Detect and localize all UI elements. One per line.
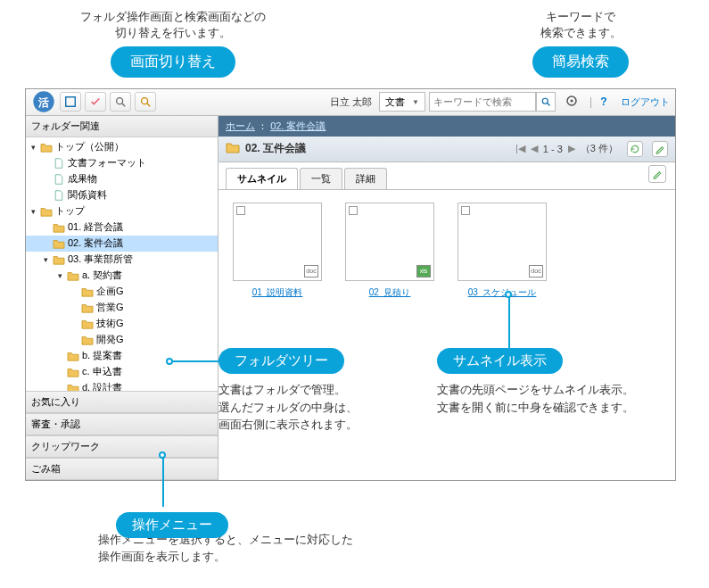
breadcrumb: ホーム ： 02. 案件会議 xyxy=(218,116,675,137)
tree-node[interactable]: d. 設計書 xyxy=(26,380,218,391)
folder-icon xyxy=(67,351,79,361)
tab-list[interactable]: 一覧 xyxy=(300,168,342,189)
tree-node[interactable]: 技術G xyxy=(26,316,218,332)
sidebar-sec-favorites[interactable]: お気に入り xyxy=(26,391,218,413)
search-input[interactable] xyxy=(429,92,536,112)
file-ext-badge: doc xyxy=(529,265,543,277)
logout-link[interactable]: ログアウト xyxy=(621,95,670,109)
tree-node-label: d. 設計書 xyxy=(82,381,122,391)
tree-node-label: 営業G xyxy=(96,301,124,314)
tree-node[interactable]: 開発G xyxy=(26,332,218,348)
tree-node-label: 関係資料 xyxy=(68,188,107,202)
search-category-label: 文書 xyxy=(385,95,405,109)
crumb-home[interactable]: ホーム xyxy=(226,120,255,131)
ann-thumb-view-body: 文書の先頭ページをサムネイル表示。 文書を開く前に中身を確認できます。 xyxy=(437,381,687,416)
folder-icon xyxy=(53,254,65,265)
svg-point-10 xyxy=(570,100,573,103)
separator: | xyxy=(589,95,592,108)
folder-tree[interactable]: ▾トップ（公開）文書フォーマット成果物関係資料▾トップ01. 経営会議02. 案… xyxy=(26,137,218,391)
thumbnail-caption[interactable]: 03_スケジュール xyxy=(458,286,547,299)
tree-node-label: a. 契約書 xyxy=(82,269,122,282)
thumbnail-checkbox[interactable] xyxy=(236,206,245,215)
toolbar-view-btn-2[interactable] xyxy=(85,92,106,112)
toolbar-adv-search-btn[interactable] xyxy=(135,92,156,112)
thumbnail-item[interactable]: doc01_説明資料 xyxy=(233,203,322,299)
gear-icon[interactable] xyxy=(565,94,581,110)
ann-simple-search-pill: 簡易検索 xyxy=(532,46,629,77)
pointer-thumb-view xyxy=(508,294,510,348)
folder-icon xyxy=(53,238,65,249)
sidebar-sec-trash[interactable]: ごみ箱 xyxy=(26,458,218,480)
tree-node[interactable]: 01. 経営会議 xyxy=(26,219,218,236)
thumbnail-card[interactable]: xls xyxy=(345,203,434,281)
ann-screen-switch-desc: フォルダ操作画面と検索画面などの 切り替えを行います。 xyxy=(80,9,266,41)
tab-detail[interactable]: 詳細 xyxy=(344,168,387,189)
tree-twist-icon[interactable]: ▾ xyxy=(58,271,67,280)
pointer-ops-menu xyxy=(162,455,164,507)
refresh-button[interactable] xyxy=(627,141,643,157)
tree-node[interactable]: ▾トップ（公開） xyxy=(26,139,218,155)
tab-thumbnail[interactable]: サムネイル xyxy=(226,168,298,189)
tree-node-label: トップ xyxy=(55,204,85,218)
svg-point-7 xyxy=(542,99,548,104)
svg-point-3 xyxy=(117,98,123,104)
tree-node-label: 技術G xyxy=(96,317,124,330)
crumb-sep: ： xyxy=(258,120,268,131)
sidebar-sec-approve[interactable]: 審査・承認 xyxy=(26,413,218,435)
file-ext-badge: xls xyxy=(416,265,431,277)
tree-node[interactable]: ▾トップ xyxy=(26,203,218,219)
thumbnail-grid: doc01_説明資料xls02_見積りdoc03_スケジュール xyxy=(218,190,675,311)
tree-node[interactable]: ▾03. 事業部所管 xyxy=(26,252,218,268)
tree-node-label: トップ（公開） xyxy=(55,140,124,153)
toolbar-view-btn-1[interactable] xyxy=(60,92,81,112)
folder-icon xyxy=(81,335,94,345)
crumb-current[interactable]: 02. 案件会議 xyxy=(270,120,326,131)
ann-simple-search: キーワードで 検索できます。 簡易検索 xyxy=(532,9,629,78)
tree-twist-icon[interactable]: ▾ xyxy=(31,207,40,216)
sidebar-sec-clipwork[interactable]: クリップワーク xyxy=(26,435,218,458)
ann-folder-tree-body: 文書はフォルダで管理。 選んだフォルダの中身は、 画面右側に表示されます。 xyxy=(218,381,424,434)
page-total: （3 件） xyxy=(581,142,618,155)
thumbnail-card[interactable]: doc xyxy=(458,203,547,281)
ann-thumb-view: サムネイル表示 文書の先頭ページをサムネイル表示。 文書を開く前に中身を確認でき… xyxy=(437,348,687,416)
tree-node[interactable]: 02. 案件会議 xyxy=(26,236,218,252)
ann-screen-switch: フォルダ操作画面と検索画面などの 切り替えを行います。 画面切り替え xyxy=(80,9,266,78)
tree-twist-icon[interactable]: ▾ xyxy=(31,143,40,152)
tree-node[interactable]: 企画G xyxy=(26,284,218,300)
file-ext-badge: doc xyxy=(304,265,318,277)
search-category-select[interactable]: 文書 ▼ xyxy=(379,92,425,112)
page-prev-icon[interactable]: ◀ xyxy=(531,143,538,154)
page-first-icon[interactable]: |◀ xyxy=(515,143,525,154)
thumbnail-caption[interactable]: 02_見積り xyxy=(345,286,434,299)
ann-ops-menu-pill: 操作メニュー xyxy=(116,512,228,538)
thumbnail-item[interactable]: xls02_見積り xyxy=(345,203,434,299)
tree-twist-icon[interactable]: ▾ xyxy=(44,255,53,264)
tree-node-label: 01. 経営会議 xyxy=(68,220,123,234)
thumbnail-checkbox[interactable] xyxy=(349,206,358,215)
thumbnail-item[interactable]: doc03_スケジュール xyxy=(458,203,547,299)
help-button[interactable]: ? xyxy=(596,95,612,108)
svg-line-6 xyxy=(147,104,151,107)
pointer-dot-thumb-view xyxy=(505,291,512,298)
edit-pager-button[interactable] xyxy=(652,141,668,157)
tree-node[interactable]: 営業G xyxy=(26,300,218,316)
tree-node[interactable]: 文書フォーマット xyxy=(26,155,218,171)
sidebar-header: フォルダー関連 xyxy=(26,116,218,137)
toolbar-search-btn[interactable] xyxy=(110,92,131,112)
tree-node[interactable]: ▾a. 契約書 xyxy=(26,268,218,284)
page-next-icon[interactable]: ▶ xyxy=(568,143,575,154)
screenshot-root: フォルダ操作画面と検索画面などの 切り替えを行います。 画面切り替え キーワード… xyxy=(9,9,700,566)
tree-node[interactable]: 関係資料 xyxy=(26,187,218,203)
ann-ops-menu-pill-wrap: 操作メニュー xyxy=(116,507,228,538)
tree-node[interactable]: 成果物 xyxy=(26,171,218,187)
tree-node-label: c. 申込書 xyxy=(82,365,122,378)
tree-node[interactable]: c. 申込書 xyxy=(26,364,218,380)
thumbnail-card[interactable]: doc xyxy=(233,203,322,281)
search-go-button[interactable] xyxy=(536,92,556,112)
tree-node-label: b. 提案書 xyxy=(82,349,122,362)
folder-icon xyxy=(81,319,94,329)
thumbnail-caption[interactable]: 01_説明資料 xyxy=(233,286,322,299)
thumbnail-checkbox[interactable] xyxy=(461,206,470,215)
tab-edit-button[interactable] xyxy=(648,165,666,183)
tree-node-label: 企画G xyxy=(96,285,124,298)
